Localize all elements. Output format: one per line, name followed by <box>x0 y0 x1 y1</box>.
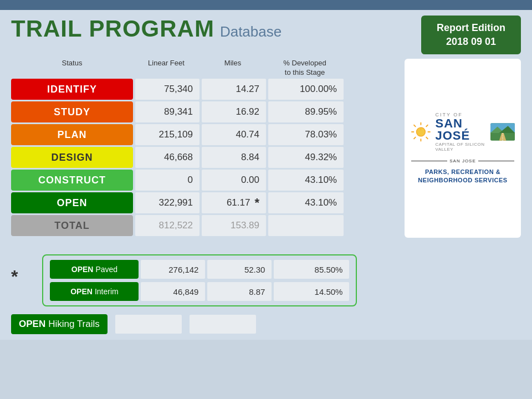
cell-total-miles: 153.89 <box>202 215 266 236</box>
divider-line-right <box>478 161 514 161</box>
breakdown-paved-miles: 52.30 <box>207 260 272 279</box>
parks-divider: SAN JOSE <box>411 158 514 163</box>
table-section: Status Linear Feet Miles % Developedto t… <box>11 59 521 238</box>
bottom-section: OPEN Hiking Trails <box>11 314 521 334</box>
status-identify: IDENTIFY <box>11 79 133 100</box>
logo-area: CITY OF SAN JOSÉ CAPITAL OF SILICON VALL… <box>405 59 521 238</box>
cell-design-lf: 46,668 <box>135 147 200 168</box>
cell-construct-miles: 0.00 <box>202 170 266 191</box>
col-header-miles: Miles <box>200 59 266 78</box>
status-construct: CONSTRUCT <box>11 170 133 191</box>
main-content: TRAIL PROGRAM Database Report Edition 20… <box>0 10 532 340</box>
table-row: TOTAL 812,522 153.89 <box>11 215 399 236</box>
table-row: STUDY 89,341 16.92 89.95% <box>11 101 399 122</box>
status-plan: PLAN <box>11 124 133 145</box>
report-line2: 2018 09 01 <box>446 36 496 47</box>
cell-identify-miles: 14.27 <box>202 79 266 100</box>
cell-identify-pct: 100.00% <box>268 79 344 100</box>
san-jose-name: SAN JOSÉ <box>436 117 487 142</box>
cell-plan-miles: 40.74 <box>202 124 266 145</box>
san-jose-text: CITY OF SAN JOSÉ CAPITAL OF SILICON VALL… <box>436 112 487 152</box>
parks-rec-text: PARKS, RECREATION & NEIGHBORHOOD SERVICE… <box>418 168 507 185</box>
table-row: OPEN 322,991 61.17 * 43.10% <box>11 192 399 213</box>
top-bar <box>0 0 532 10</box>
col-header-status: Status <box>11 59 133 78</box>
breakdown-paved-pct: 85.50% <box>274 260 349 279</box>
cell-study-miles: 16.92 <box>202 101 266 122</box>
breakdown-paved-lf: 276,142 <box>141 260 205 279</box>
cell-design-miles: 8.84 <box>202 147 266 168</box>
button-open-text: OPEN <box>19 319 45 330</box>
breakdown-section-wrapper: * OPEN Paved 276,142 52.30 85.50% OPEN I… <box>11 247 521 306</box>
cell-study-lf: 89,341 <box>135 101 200 122</box>
sun-icon <box>411 118 431 146</box>
cell-study-pct: 89.95% <box>268 101 344 122</box>
open-miles-asterisk: * <box>254 196 259 210</box>
cell-identify-lf: 75,340 <box>135 79 200 100</box>
cell-construct-lf: 0 <box>135 170 200 191</box>
col-header-pct: % Developedto this Stage <box>266 59 344 78</box>
hiking-trails-miles-cell <box>190 315 256 334</box>
column-headers: Status Linear Feet Miles % Developedto t… <box>11 59 399 78</box>
capital-text: CAPITAL OF SILICON VALLEY <box>436 142 487 152</box>
table-row: PLAN 215,109 40.74 78.03% <box>11 124 399 145</box>
cell-design-pct: 49.32% <box>268 147 344 168</box>
parks-divider-label: SAN JOSE <box>449 158 476 163</box>
cell-construct-pct: 43.10% <box>268 170 344 191</box>
cell-plan-lf: 215,109 <box>135 124 200 145</box>
breakdown-label-interim: OPEN Interim <box>50 282 139 301</box>
cell-total-lf: 812,522 <box>135 215 200 236</box>
cell-open-miles: 61.17 * <box>202 192 266 213</box>
hiking-trails-lf-cell <box>115 315 182 334</box>
table-row: IDENTIFY 75,340 14.27 100.00% <box>11 79 399 100</box>
table-row: CONSTRUCT 0 0.00 43.10% <box>11 170 399 191</box>
page-title-main: TRAIL PROGRAM <box>11 16 214 42</box>
status-design: DESIGN <box>11 147 133 168</box>
breakdown-interim-pct: 14.50% <box>274 282 349 301</box>
report-line1: Report Edition <box>437 22 505 33</box>
breakdown-interim-miles: 8.87 <box>207 282 272 301</box>
trail-icon <box>490 121 515 143</box>
sj-logo: CITY OF SAN JOSÉ CAPITAL OF SILICON VALL… <box>411 112 515 152</box>
data-table: Status Linear Feet Miles % Developedto t… <box>11 59 399 238</box>
cell-open-lf: 322,991 <box>135 192 200 213</box>
svg-line-7 <box>426 125 428 127</box>
svg-line-6 <box>426 137 428 139</box>
cell-total-pct <box>268 215 344 236</box>
breakdown-row-interim: OPEN Interim 46,849 8.87 14.50% <box>50 282 349 301</box>
cell-plan-pct: 78.03% <box>268 124 344 145</box>
col-header-linear-feet: Linear Feet <box>133 59 200 78</box>
cell-open-pct: 43.10% <box>268 192 344 213</box>
divider-line-left <box>411 161 447 161</box>
button-hiking-text: Hiking Trails <box>48 319 100 330</box>
table-row: DESIGN 46,668 8.84 49.32% <box>11 147 399 168</box>
status-study: STUDY <box>11 101 133 122</box>
svg-line-5 <box>413 125 416 127</box>
svg-line-8 <box>413 137 416 139</box>
breakdown-interim-lf: 46,849 <box>141 282 205 301</box>
title-area: TRAIL PROGRAM Database <box>11 16 282 42</box>
header-row: TRAIL PROGRAM Database Report Edition 20… <box>11 16 521 54</box>
breakdown-label-paved: OPEN Paved <box>50 260 139 279</box>
status-open: OPEN <box>11 192 133 213</box>
page-title-sub: Database <box>220 23 282 40</box>
breakdown-asterisk: * <box>11 267 18 287</box>
open-hiking-button[interactable]: OPEN Hiking Trails <box>11 314 108 334</box>
breakdown-table: OPEN Paved 276,142 52.30 85.50% OPEN Int… <box>42 254 357 306</box>
breakdown-row-paved: OPEN Paved 276,142 52.30 85.50% <box>50 260 349 279</box>
status-total: TOTAL <box>11 215 133 236</box>
report-badge: Report Edition 2018 09 01 <box>421 16 521 54</box>
